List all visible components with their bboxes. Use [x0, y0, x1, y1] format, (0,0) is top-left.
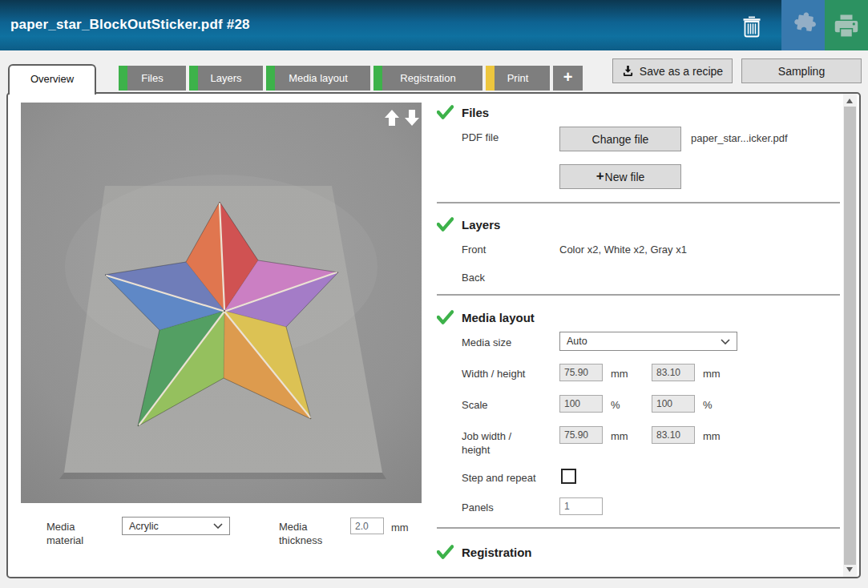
- add-tab-button[interactable]: +: [553, 66, 583, 91]
- front-layers-label: Front: [462, 243, 486, 256]
- scroll-down-icon: [846, 567, 853, 572]
- scale-y-unit: %: [703, 398, 713, 412]
- layers-section-heading: Layers: [462, 218, 500, 232]
- media-material-value: Acrylic: [129, 521, 159, 532]
- change-file-label: Change file: [592, 133, 649, 146]
- print-button[interactable]: [825, 0, 868, 50]
- title-bar: paper_star_BlockOutSticker.pdf #28: [0, 0, 868, 50]
- puzzle-icon: [789, 12, 817, 39]
- chevron-down-icon: [213, 523, 223, 529]
- scale-x-input: [559, 395, 603, 413]
- check-icon: [437, 105, 454, 119]
- current-file-name: paper_star...icker.pdf: [691, 131, 788, 145]
- tab-status-indicator: [189, 66, 198, 91]
- check-icon: [437, 217, 454, 232]
- media-thickness-label: Media thickness: [279, 520, 322, 547]
- printer-icon: [832, 11, 861, 40]
- check-icon: [437, 545, 454, 559]
- window-title: paper_star_BlockOutSticker.pdf #28: [10, 17, 250, 33]
- front-layers-value: Color x2, White x2, Gray x1: [559, 243, 687, 256]
- files-section-heading: Files: [462, 106, 489, 119]
- media-size-select[interactable]: Auto: [559, 332, 737, 351]
- media-thickness-input[interactable]: [350, 518, 384, 534]
- tab-registration[interactable]: Registration: [373, 66, 482, 91]
- trash-icon: [740, 13, 764, 38]
- pdf-file-label: PDF file: [462, 131, 499, 144]
- tab-status-indicator: [486, 66, 495, 91]
- media-height-input: [652, 364, 695, 381]
- tab-status-indicator: [119, 66, 127, 91]
- section-divider: [437, 294, 840, 296]
- media-layout-section-heading: Media layout: [462, 311, 535, 324]
- tab-print[interactable]: Print: [486, 66, 550, 91]
- media-thickness-unit: mm: [391, 521, 409, 534]
- media-material-select[interactable]: Acrylic: [122, 517, 230, 535]
- section-divider: [437, 202, 840, 203]
- scroll-up-icon: [846, 99, 853, 103]
- save-as-recipe-button[interactable]: Save as a recipe: [612, 58, 733, 83]
- save-download-icon: [622, 65, 634, 77]
- tab-label: Media layout: [289, 72, 348, 84]
- media-size-label: Media size: [462, 336, 511, 349]
- tab-status-indicator: [373, 66, 382, 91]
- scale-y-input: [652, 395, 695, 413]
- new-file-button[interactable]: + New file: [559, 164, 681, 189]
- tab-overview[interactable]: Overview: [8, 64, 96, 95]
- back-layers-label: Back: [462, 271, 485, 284]
- width-height-label: Width / height: [462, 367, 526, 381]
- sampling-button[interactable]: Sampling: [741, 58, 862, 83]
- app-window: paper_star_BlockOutSticker.pdf #28: [0, 0, 868, 588]
- change-file-button[interactable]: Change file: [559, 127, 681, 151]
- panels-input[interactable]: [559, 497, 603, 515]
- tab-label: Layers: [210, 72, 241, 84]
- height-unit: mm: [703, 367, 721, 381]
- tab-status-indicator: [266, 66, 275, 91]
- delete-job-button[interactable]: [725, 0, 778, 50]
- step-repeat-label: Step and repeat: [462, 471, 536, 485]
- registration-section-heading: Registration: [462, 546, 532, 559]
- sampling-label: Sampling: [778, 65, 825, 78]
- job-size-label: Job width / height: [462, 429, 511, 457]
- tab-media-layout[interactable]: Media layout: [266, 66, 370, 91]
- tab-label: Registration: [400, 72, 455, 84]
- step-repeat-checkbox[interactable]: [561, 469, 576, 484]
- plus-icon: +: [563, 68, 573, 86]
- media-width-input: [559, 364, 603, 381]
- job-height-unit: mm: [703, 429, 721, 443]
- save-as-recipe-label: Save as a recipe: [640, 65, 723, 78]
- scrollbar[interactable]: [843, 94, 857, 577]
- width-unit: mm: [611, 367, 628, 381]
- preview-3d-render: [21, 103, 422, 503]
- plus-icon: +: [596, 168, 604, 184]
- job-width-unit: mm: [611, 429, 628, 443]
- tab-label: Files: [141, 72, 163, 84]
- section-divider: [437, 527, 840, 529]
- check-icon: [437, 310, 454, 324]
- job-width-input: [559, 426, 603, 444]
- scroll-thumb[interactable]: [844, 107, 856, 565]
- media-material-label: Media material: [46, 520, 83, 547]
- panels-label: Panels: [462, 501, 494, 514]
- job-height-input: [652, 426, 695, 444]
- scale-x-unit: %: [611, 398, 620, 412]
- tab-label: Print: [507, 72, 529, 84]
- new-file-label: New file: [605, 171, 645, 183]
- scale-label: Scale: [462, 398, 488, 412]
- tab-files[interactable]: Files: [119, 66, 186, 91]
- plugin-button[interactable]: [781, 0, 825, 50]
- tab-layers[interactable]: Layers: [189, 66, 263, 91]
- chevron-down-icon: [721, 339, 730, 344]
- preview-3d-viewport: [21, 103, 422, 503]
- media-size-value: Auto: [567, 336, 587, 347]
- sheet-shadow: [59, 473, 386, 479]
